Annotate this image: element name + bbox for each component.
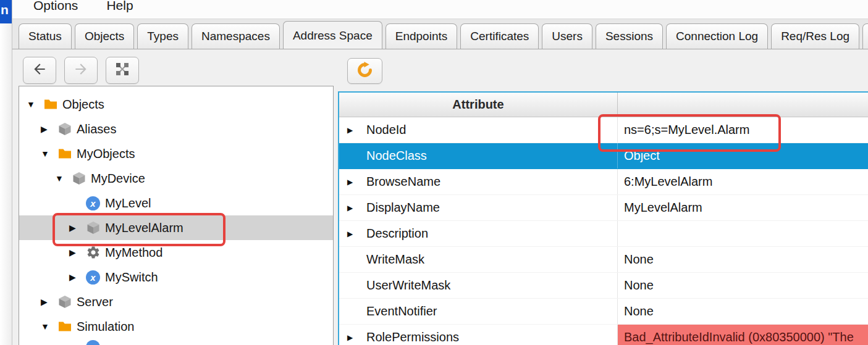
value-column-header[interactable] [618, 93, 868, 117]
attribute-name-cell: ▶Description [339, 221, 618, 246]
tree-item-server[interactable]: ▶Server [19, 289, 333, 314]
attribute-value-cell: None [618, 299, 868, 324]
tree-item-label: MyObjects [77, 147, 135, 161]
tree-item-partial[interactable]: x [19, 339, 333, 345]
expander-collapsed-icon[interactable]: ▶ [69, 247, 86, 257]
tree-item-simulation[interactable]: ▼Simulation [19, 314, 333, 339]
tab-address-space[interactable]: Address Space [283, 21, 382, 49]
menu-help[interactable]: Help [106, 0, 133, 14]
expander-collapsed-icon[interactable]: ▶ [339, 126, 366, 135]
attribute-name-cell: EventNotifier [339, 299, 618, 324]
attribute-value: None [624, 278, 654, 293]
attribute-value-cell: Object [618, 143, 868, 168]
expander-expanded-icon[interactable]: ▼ [41, 149, 57, 159]
tab-status[interactable]: Status [19, 23, 72, 49]
forward-button[interactable] [64, 57, 98, 84]
attribute-name-cell: WriteMask [339, 247, 618, 272]
attribute-value: MyLevelAlarm [624, 201, 702, 215]
attribute-row-userwritemask[interactable]: UserWriteMaskNone [339, 273, 868, 299]
attribute-row-displayname[interactable]: ▶DisplayNameMyLevelAlarm [339, 195, 868, 221]
expander-expanded-icon[interactable]: ▼ [41, 322, 57, 331]
attribute-value-cell: 6:MyLevelAlarm [618, 169, 868, 194]
menu-bar: Options Help [12, 0, 868, 19]
tab-label: Connection Log [676, 30, 758, 43]
tree-item-objects[interactable]: ▼Objects [19, 92, 333, 117]
attribute-value: Object [624, 149, 660, 163]
expander-collapsed-icon[interactable]: ▶ [339, 204, 366, 212]
tab-label: Sessions [605, 30, 653, 43]
background-titlebar-text-fragment: n [1, 2, 9, 17]
back-button[interactable] [23, 57, 56, 84]
expander-collapsed-icon[interactable]: ▶ [69, 272, 86, 282]
expander-collapsed-icon[interactable]: ▶ [41, 297, 57, 307]
refresh-icon [356, 62, 373, 81]
tab-label: Address Space [293, 29, 373, 43]
attribute-value-cell: Bad_AttributeIdInvalid (0x80350000) "The [618, 325, 868, 345]
background-window-strip: n [0, 0, 12, 345]
expander-collapsed-icon[interactable]: ▶ [69, 223, 86, 233]
tree-item-mymethod[interactable]: ▶MyMethod [19, 240, 333, 265]
attribute-row-nodeid[interactable]: ▶NodeIdns=6;s=MyLevel.Alarm [339, 117, 868, 143]
address-space-tree-panel: ▼Objects▶Aliases▼MyObjects▼MyDevicexMyLe… [19, 86, 334, 345]
background-window-titlebar: n [0, 0, 12, 23]
folder-icon [57, 319, 74, 334]
address-space-tree: ▼Objects▶Aliases▼MyObjects▼MyDevicexMyLe… [19, 86, 333, 345]
tab-users[interactable]: Users [542, 23, 592, 49]
content-area: ▼Objects▶Aliases▼MyObjects▼MyDevicexMyLe… [12, 49, 868, 345]
tab-objects[interactable]: Objects [75, 23, 134, 49]
attribute-row-browsename[interactable]: ▶BrowseName6:MyLevelAlarm [339, 169, 868, 195]
tab-partial[interactable] [862, 23, 868, 49]
tab-namespaces[interactable]: Namespaces [192, 23, 280, 49]
tab-sessions[interactable]: Sessions [596, 23, 663, 49]
expander-expanded-icon[interactable]: ▼ [55, 173, 72, 183]
attribute-value: ns=6;s=MyLevel.Alarm [624, 123, 749, 137]
tab-req-res-log[interactable]: Req/Res Log [771, 23, 859, 49]
attributes-table-header: Attribute [339, 93, 868, 117]
tree-item-label: MyMethod [105, 246, 162, 260]
attribute-value: Bad_AttributeIdInvalid (0x80350000) "The [624, 330, 854, 344]
show-references-button[interactable] [106, 57, 139, 84]
refresh-button[interactable] [347, 58, 382, 84]
tab-connection-log[interactable]: Connection Log [666, 23, 768, 49]
attribute-name: BrowseName [366, 175, 440, 189]
attribute-row-description[interactable]: ▶Description [339, 221, 868, 247]
attribute-value: None [624, 252, 654, 267]
tree-item-label: MyLevelAlarm [105, 221, 183, 235]
attribute-name: EventNotifier [366, 304, 437, 318]
expander-expanded-icon[interactable]: ▼ [27, 99, 43, 109]
tab-bar: StatusObjectsTypesNamespacesAddress Spac… [12, 19, 868, 49]
tab-endpoints[interactable]: Endpoints [386, 23, 458, 49]
menu-options[interactable]: Options [33, 0, 78, 14]
tree-item-mylevelalarm[interactable]: ▶MyLevelAlarm [19, 215, 333, 240]
attribute-row-rolepermissions[interactable]: ▶RolePermissionsBad_AttributeIdInvalid (… [339, 325, 868, 345]
attribute-value: 6:MyLevelAlarm [624, 175, 712, 189]
attribute-name: UserWriteMask [366, 278, 450, 293]
tree-item-mydevice[interactable]: ▼MyDevice [19, 166, 333, 191]
expander-collapsed-icon[interactable]: ▶ [339, 178, 366, 186]
attribute-column-header[interactable]: Attribute [339, 93, 618, 117]
tree-item-aliases[interactable]: ▶Aliases [19, 117, 333, 141]
attribute-name: WriteMask [366, 252, 424, 267]
attribute-row-eventnotifier[interactable]: EventNotifierNone [339, 299, 868, 325]
tab-types[interactable]: Types [137, 23, 188, 49]
tab-certificates[interactable]: Certificates [460, 23, 539, 49]
tree-item-myswitch[interactable]: ▶xMySwitch [19, 265, 333, 289]
tab-label: Req/Res Log [781, 30, 849, 43]
expander-collapsed-icon[interactable]: ▶ [339, 230, 366, 238]
attribute-row-writemask[interactable]: WriteMaskNone [339, 247, 868, 273]
tree-item-mylevel[interactable]: xMyLevel [19, 191, 333, 215]
attribute-row-nodeclass[interactable]: NodeClassObject [339, 143, 868, 169]
attributes-toolbar [347, 58, 382, 84]
attribute-name-cell: ▶RolePermissions [339, 325, 618, 345]
tree-item-label: MySwitch [105, 270, 158, 285]
expander-collapsed-icon[interactable]: ▶ [41, 124, 57, 134]
app-window: Options Help StatusObjectsTypesNamespace… [12, 0, 868, 345]
tree-item-label: Server [77, 295, 113, 309]
expander-collapsed-icon[interactable]: ▶ [339, 333, 366, 342]
tree-item-myobjects[interactable]: ▼MyObjects [19, 141, 333, 166]
folder-icon [57, 146, 74, 161]
attribute-value-cell [618, 221, 868, 246]
cube-icon [57, 294, 74, 309]
variable-icon: x [86, 196, 103, 210]
attributes-table: Attribute ▶NodeIdns=6;s=MyLevel.AlarmNod… [338, 91, 868, 345]
